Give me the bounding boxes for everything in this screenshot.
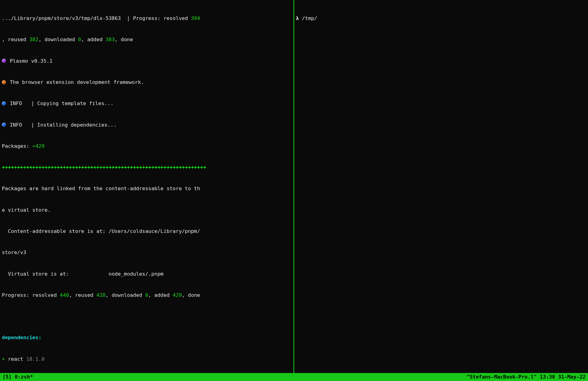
info-line: INFO | Copying template files... (2, 100, 292, 107)
packages-count: Packages: +429 (2, 143, 292, 150)
output-line: Content-addressable store is at: /Users/… (2, 228, 292, 235)
shell-prompt[interactable]: λ /tmp/ (296, 15, 586, 22)
bullet-icon (2, 80, 6, 84)
blank-line (2, 313, 292, 320)
status-left: [5] 0:zsh* (2, 373, 33, 380)
plasmo-tagline: The browser extension development framew… (2, 79, 292, 86)
tmux-status-bar: [5] 0:zsh* "Stefans-MacBook-Pro.l" 13:30… (0, 373, 588, 381)
tmux-pane-left[interactable]: .../Library/pnpm/store/v3/tmp/dlx-53863 … (0, 0, 294, 373)
status-right: "Stefans-MacBook-Pro.l" 13:30 31-May-22 (467, 373, 586, 380)
dependencies-header: dependencies: (2, 334, 292, 341)
output-line: Packages are hard linked from the conten… (2, 185, 292, 192)
dependency-item: + react 18.1.0 (2, 355, 292, 363)
output-line: .../Library/pnpm/store/v3/tmp/dlx-53863 … (2, 15, 292, 22)
tmux-pane-right[interactable]: λ /tmp/ (294, 0, 588, 373)
plasmo-version: Plasmo v0.35.1 (2, 57, 292, 65)
bullet-icon (2, 59, 6, 63)
info-icon (2, 101, 6, 106)
progress-bar: ++++++++++++++++++++++++++++++++++++++++… (2, 164, 292, 171)
output-line: Virtual store is at: node_modules/.pnpm (2, 270, 292, 277)
info-icon (2, 123, 6, 127)
output-line: e virtual store. (2, 206, 292, 214)
progress-line: Progress: resolved 440, reused 428, down… (2, 292, 292, 299)
terminal-container: .../Library/pnpm/store/v3/tmp/dlx-53863 … (0, 0, 588, 373)
output-line: , reused 382, downloaded 0, added 383, d… (2, 36, 292, 43)
output-line: store/v3 (2, 249, 292, 256)
info-line: INFO | Installing dependencies... (2, 121, 292, 128)
